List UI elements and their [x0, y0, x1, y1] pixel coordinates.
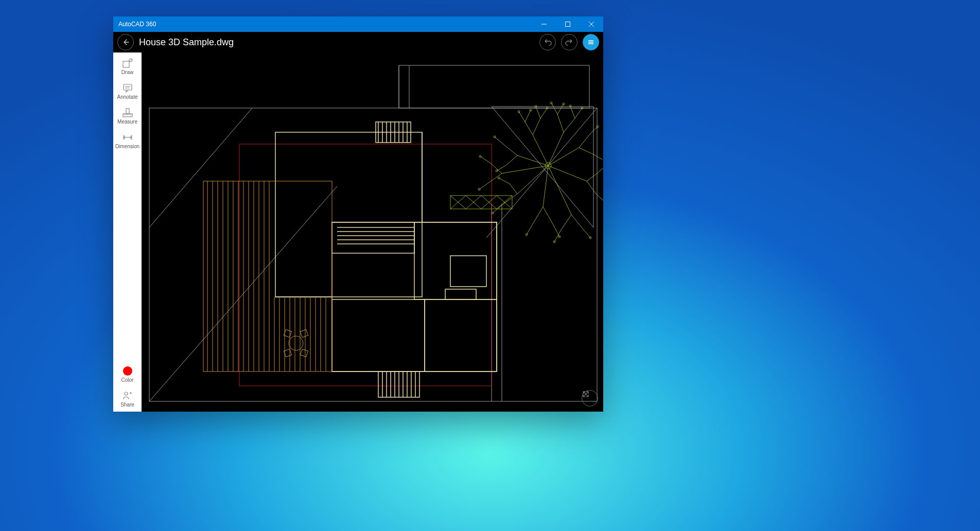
annotate-icon — [121, 82, 134, 94]
svg-marker-26 — [492, 107, 593, 227]
tool-share[interactable]: Share — [113, 387, 142, 412]
svg-point-92 — [289, 336, 303, 350]
svg-rect-12 — [126, 109, 129, 114]
svg-rect-9 — [124, 84, 132, 90]
tool-draw[interactable]: Draw — [113, 55, 142, 79]
fullscreen-button[interactable] — [582, 390, 598, 406]
share-icon — [121, 390, 134, 401]
svg-rect-37 — [332, 222, 414, 253]
draw-icon — [121, 58, 134, 69]
tool-sidebar: Draw Annotate Measure Dimension Col — [113, 52, 142, 412]
svg-rect-33 — [275, 132, 422, 297]
file-name: House 3D Sample.dwg — [139, 37, 234, 48]
back-button[interactable] — [117, 34, 134, 50]
tool-label: Dimension — [115, 144, 139, 149]
svg-rect-96 — [300, 349, 308, 357]
close-button[interactable] — [580, 16, 603, 32]
svg-rect-29 — [399, 65, 589, 108]
undo-button[interactable] — [539, 34, 556, 50]
menu-button[interactable] — [583, 34, 599, 50]
tool-dimension[interactable]: Dimension — [113, 129, 142, 153]
drawing-canvas[interactable] — [142, 52, 603, 412]
svg-rect-40 — [445, 289, 476, 299]
color-icon — [121, 365, 134, 377]
tool-measure[interactable]: Measure — [113, 104, 142, 129]
dimension-icon — [121, 132, 134, 143]
svg-rect-38 — [414, 222, 497, 299]
svg-rect-97 — [450, 196, 512, 209]
window-title: AutoCAD 360 — [118, 21, 532, 28]
app-header: House 3D Sample.dwg — [113, 32, 603, 52]
tool-label: Annotate — [117, 95, 137, 100]
tool-label: Measure — [117, 119, 137, 125]
cad-drawing — [142, 52, 603, 412]
redo-button[interactable] — [561, 34, 577, 50]
svg-rect-94 — [300, 329, 308, 337]
tool-color[interactable]: Color — [113, 362, 142, 387]
svg-rect-95 — [284, 349, 291, 357]
app-content: House 3D Sample.dwg Draw Annotate — [113, 32, 603, 412]
measure-icon — [121, 107, 134, 118]
minimize-button[interactable] — [532, 16, 556, 32]
svg-rect-42 — [425, 299, 497, 371]
app-window: AutoCAD 360 House 3D Sample.dwg — [113, 16, 603, 412]
svg-rect-41 — [332, 299, 425, 371]
main-area: Draw Annotate Measure Dimension Col — [113, 52, 603, 412]
svg-rect-39 — [450, 256, 486, 287]
maximize-button[interactable] — [556, 16, 580, 32]
tool-label: Color — [121, 378, 134, 383]
tool-label: Draw — [121, 70, 133, 75]
svg-rect-1 — [566, 22, 570, 27]
tool-label: Share — [120, 402, 134, 408]
svg-rect-93 — [284, 329, 291, 337]
svg-rect-32 — [239, 144, 492, 386]
tool-annotate[interactable]: Annotate — [113, 79, 142, 104]
svg-rect-7 — [123, 61, 129, 67]
svg-point-22 — [125, 392, 128, 395]
titlebar[interactable]: AutoCAD 360 — [113, 16, 603, 32]
